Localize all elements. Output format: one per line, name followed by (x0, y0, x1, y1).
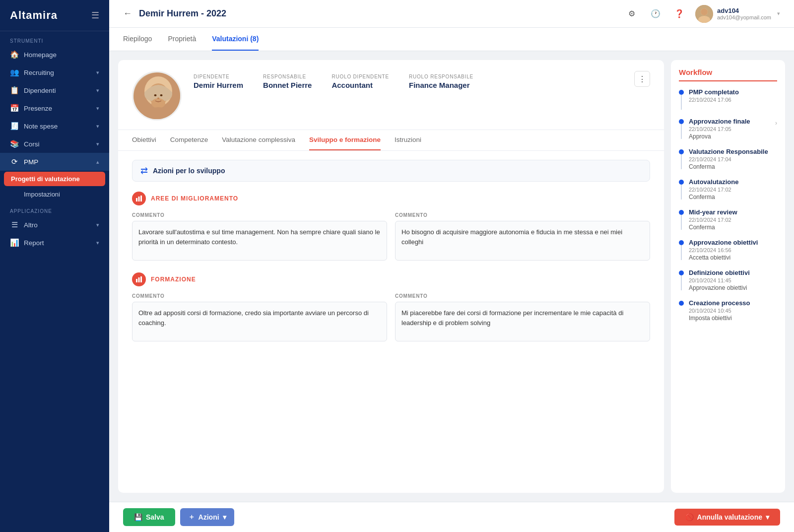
tab-competenze[interactable]: Competenze (170, 130, 208, 150)
svg-point-7 (151, 98, 165, 108)
help-icon[interactable]: ❓ (671, 6, 687, 22)
sidebar-item-report[interactable]: 📊 Report ▾ (0, 234, 109, 252)
tab-istruzioni[interactable]: Istruzioni (395, 130, 421, 150)
sidebar-item-corsi[interactable]: 📚 Corsi ▾ (0, 135, 109, 153)
workflow-dot-3 (679, 180, 684, 185)
comment-label-1: COMMENTO (132, 212, 387, 218)
tab-sviluppo-formazione[interactable]: Sviluppo e formazione (309, 130, 381, 150)
sidebar-item-impostazioni[interactable]: Impostazioni (0, 187, 109, 201)
profile-section: DIPENDENTE Demir Hurrem RESPONSABILE Bon… (118, 60, 664, 130)
chevron-down-icon: ▾ (96, 87, 99, 94)
user-menu[interactable]: adv104 adv104@yopmail.com ▾ (695, 5, 780, 23)
profile-manager-role: RUOLO RESPONSABILE Finance Manager (409, 74, 473, 89)
section-formazione: FORMAZIONE COMMENTO Oltre ad appositi co… (132, 272, 650, 341)
sidebar-item-presenze[interactable]: 📅 Presenze ▾ (0, 99, 109, 117)
tab-valutazione-complessiva[interactable]: Valutazione complessiva (222, 130, 295, 150)
workflow-item-title-4: Mid-year review (689, 208, 777, 216)
workflow-chevron-1[interactable]: › (775, 118, 777, 127)
inner-tabs: Obiettivi Competenze Valutazione comples… (118, 130, 664, 151)
workflow-dot-col-4 (679, 208, 684, 230)
clock-icon[interactable]: 🕐 (648, 6, 663, 22)
header-left: ← Demir Hurrem - 2022 (123, 8, 226, 19)
svg-rect-17 (140, 276, 142, 282)
workflow-line-4 (681, 215, 682, 230)
sidebar-item-recruiting[interactable]: 👥 Recruiting ▾ (0, 64, 109, 81)
tab-obiettivi[interactable]: Obiettivi (132, 130, 156, 150)
workflow-item-action-5: Accetta obiettivi (689, 254, 777, 261)
applicazione-label: APPLICAZIONE (0, 201, 109, 216)
tab-valutazioni[interactable]: Valutazioni (8) (212, 28, 259, 51)
sidebar: Altamira ☰ STRUMENTI 🏠 Homepage 👥 Recrui… (0, 0, 109, 532)
workflow-item-action-2: Conferma (689, 163, 777, 170)
workflow-info-7: Creazione processo 20/10/2024 10:45 Impo… (689, 299, 777, 322)
cancel-button[interactable]: 🚫 Annulla valutazione ▾ (674, 509, 780, 526)
miglioramento-header: AREE DI MIGLIORAMENTO (132, 192, 650, 205)
workflow-line-5 (681, 245, 682, 260)
workflow-item-date-4: 22/10/2024 17:02 (689, 217, 777, 223)
user-dropdown-icon: ▾ (777, 10, 780, 17)
header: ← Demir Hurrem - 2022 ⚙ 🕐 ❓ adv104 ad (109, 0, 794, 28)
back-button[interactable]: ← (123, 8, 132, 19)
corsi-icon: 📚 (10, 139, 19, 148)
sidebar-item-homepage[interactable]: 🏠 Homepage (0, 46, 109, 64)
workflow-item-title-5: Approvazione obiettivi (689, 239, 777, 246)
save-button[interactable]: 💾 Salva (123, 508, 175, 526)
workflow-item-title-2: Valutazione Responsabile (689, 148, 777, 155)
miglioramento-title: AREE DI MIGLIORAMENTO (151, 195, 238, 202)
sidebar-item-progetti-valutazione[interactable]: Progetti di valutazione (4, 172, 105, 186)
workflow-dot-1 (679, 119, 684, 124)
workflow-dot-col-5 (679, 239, 684, 260)
hamburger-icon[interactable]: ☰ (91, 10, 99, 21)
svg-rect-16 (138, 277, 140, 282)
miglioramento-icon (132, 192, 146, 205)
workflow-item-2: Valutazione Responsabile 22/10/2024 17:0… (679, 148, 777, 170)
sidebar-item-note-spese[interactable]: 🧾 Note spese ▾ (0, 117, 109, 135)
formazione-title: FORMAZIONE (151, 276, 196, 283)
role-label: RUOLO DIPENDENTE (331, 74, 389, 79)
tab-riepilogo[interactable]: Riepilogo (123, 28, 152, 51)
main-area: ← Demir Hurrem - 2022 ⚙ 🕐 ❓ adv104 ad (109, 0, 794, 532)
workflow-dot (679, 90, 684, 95)
sidebar-item-altro[interactable]: ☰ Altro ▾ (0, 216, 109, 234)
employee-label: DIPENDENTE (194, 74, 243, 79)
formazione-header: FORMAZIONE (132, 272, 650, 286)
svg-point-3 (701, 8, 708, 15)
workflow-info-6: Definizione obiettivi 20/10/2024 11:45 A… (689, 269, 777, 291)
workflow-item-5: Approvazione obiettivi 22/10/2024 16:56 … (679, 239, 777, 261)
tab-proprieta[interactable]: Proprietà (168, 28, 196, 51)
dev-actions-bar[interactable]: ⇄ Azioni per lo sviluppo (132, 160, 650, 182)
formazione-comment-2: COMMENTO Mi piacerebbe fare dei corsi di… (395, 293, 650, 341)
workflow-dot-4 (679, 210, 684, 215)
chevron-down-icon: ▾ (96, 141, 99, 147)
workflow-item-action-6: Approvazione obiettivi (689, 284, 777, 291)
top-tabs: Riepilogo Proprietà Valutazioni (8) (109, 28, 794, 51)
workflow-info-4: Mid-year review 22/10/2024 17:02 Conferm… (689, 208, 777, 231)
comment-label-4: COMMENTO (395, 293, 650, 299)
header-right: ⚙ 🕐 ❓ adv104 adv104@yopmail.com ▾ (624, 5, 780, 23)
profile-menu-button[interactable]: ⋮ (634, 71, 650, 87)
workflow-info-1: Approvazione finale 22/10/2024 17:05 App… (689, 118, 770, 140)
profile-manager: RESPONSABILE Bonnet Pierre (263, 74, 312, 89)
svg-rect-13 (138, 197, 140, 201)
cancel-dropdown-icon: ▾ (766, 513, 769, 521)
workflow-dot-5 (679, 240, 684, 245)
settings-icon[interactable]: ⚙ (624, 6, 640, 22)
sidebar-item-pmp[interactable]: ⟳ PMP ▴ (0, 153, 109, 171)
svg-point-8 (154, 94, 157, 96)
chevron-up-icon: ▴ (96, 159, 99, 165)
formazione-comments: COMMENTO Oltre ad appositi corsi di form… (132, 293, 650, 341)
svg-point-10 (157, 98, 159, 99)
profile-employee: DIPENDENTE Demir Hurrem (194, 74, 243, 89)
user-email: adv104@yopmail.com (717, 14, 771, 20)
avatar-img (695, 5, 713, 23)
altro-icon: ☰ (10, 220, 19, 229)
actions-dropdown-icon: ▾ (223, 513, 226, 521)
sidebar-item-dipendenti[interactable]: 📋 Dipendenti ▾ (0, 81, 109, 99)
workflow-line-6 (681, 275, 682, 290)
formazione-comment-box-1: Oltre ad appositi corsi di formazione, c… (132, 302, 387, 341)
strumenti-label: STRUMENTI (0, 31, 109, 46)
workflow-dot-col-6 (679, 269, 684, 290)
report-icon: 📊 (10, 238, 19, 247)
actions-button[interactable]: ＋ Azioni ▾ (180, 508, 234, 526)
profile-avatar-img (133, 72, 182, 121)
